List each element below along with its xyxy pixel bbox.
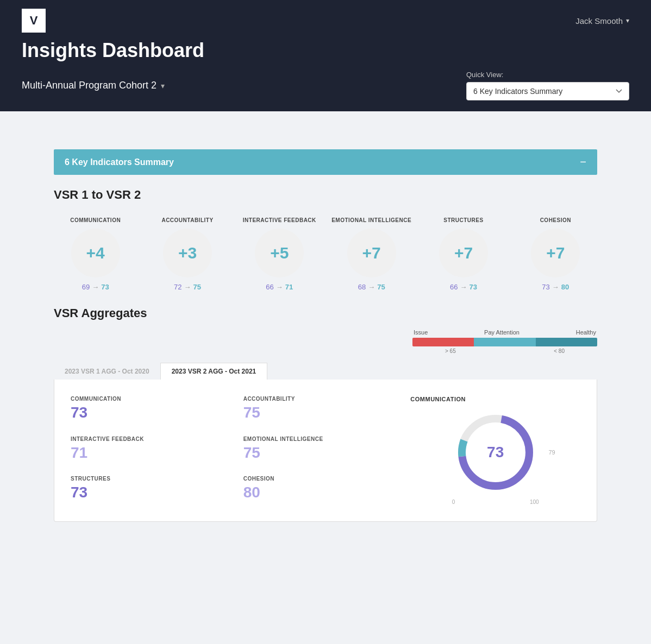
indicator-range: 68 → 75 [358,283,385,291]
vsr-comparison-title: VSR 1 to VSR 2 [54,188,597,202]
indicator-bubble: +7 [531,229,580,277]
threshold-65: > 65 [445,348,456,354]
range-arrow-icon: → [460,283,467,291]
indicator-range: 66 → 73 [450,283,477,291]
range-arrow-icon: → [276,283,283,291]
metric-value: 75 [243,444,411,462]
legend-container: Issue Pay Attention Healthy > 65 < 80 [412,329,597,354]
legend-label-healthy: Healthy [576,329,596,336]
user-name: Jack Smooth [575,16,623,26]
range-start: 66 [266,283,273,291]
legend-seg-blue-dark [536,338,597,346]
range-end: 80 [561,283,569,291]
indicator-label: INTERACTIVE FEEDBACK [243,217,316,223]
section-header: 6 Key Indicators Summary − [54,149,597,175]
indicator-bubble: +3 [163,229,212,277]
collapse-button[interactable]: − [580,156,586,168]
indicator-label: ACCOUNTABILITY [161,217,213,223]
legend-bar [412,338,597,346]
range-arrow-icon: → [368,283,375,291]
indicator-range: 66 → 71 [266,283,293,291]
vsr-aggregates-title: VSR Aggregates [54,306,597,320]
indicator-col: STRUCTURES +7 66 → 73 [422,217,505,291]
chevron-down-icon: ▾ [626,17,629,24]
range-arrow-icon: → [184,283,191,291]
indicator-range: 69 → 73 [82,283,109,291]
tab-1[interactable]: 2023 VSR 2 AGG - Oct 2021 [160,363,268,380]
agg-panel: COMMUNICATION 73 ACCOUNTABILITY 75 INTER… [54,380,597,522]
metric-item: COHESION 80 [243,476,411,505]
donut-title: COMMUNICATION [410,396,466,402]
user-menu[interactable]: Jack Smooth ▾ [575,16,629,26]
range-start: 73 [542,283,549,291]
metric-label: ACCOUNTABILITY [243,396,411,402]
metric-value: 75 [243,404,411,421]
cohort-label: Multi-Annual Program Cohort 2 [22,80,157,91]
indicator-label: COMMUNICATION [70,217,121,223]
indicator-range: 73 → 80 [542,283,569,291]
indicator-range: 72 → 75 [174,283,201,291]
range-start: 72 [174,283,181,291]
range-start: 69 [82,283,90,291]
indicator-col: COHESION +7 73 → 80 [514,217,597,291]
donut-value: 73 [487,444,504,461]
metric-value: 73 [71,484,238,501]
indicator-label: STRUCTURES [443,217,483,223]
page-title: Insights Dashboard [22,39,629,62]
donut-max-label: 100 [530,499,539,505]
metric-label: COHESION [243,476,411,482]
legend-seg-red [412,338,474,346]
indicator-col: EMOTIONAL INTELLIGENCE +7 68 → 75 [330,217,413,291]
metric-item: INTERACTIVE FEEDBACK 71 [71,436,238,465]
donut-area: COMMUNICATION 73 79 0 10 [410,396,580,505]
metric-item: COMMUNICATION 73 [71,396,238,425]
app-logo: V [22,9,46,33]
metric-label: EMOTIONAL INTELLIGENCE [243,436,411,442]
indicator-bubble: +7 [439,229,488,277]
indicator-col: INTERACTIVE FEEDBACK +5 66 → 71 [238,217,321,291]
legend-label-attention: Pay Attention [484,329,519,336]
cohort-selector[interactable]: Multi-Annual Program Cohort 2 ▾ [22,80,165,91]
metric-label: COMMUNICATION [71,396,238,402]
metric-item: EMOTIONAL INTELLIGENCE 75 [243,436,411,465]
threshold-80: < 80 [554,348,565,354]
metric-item: STRUCTURES 73 [71,476,238,505]
indicator-bubble: +7 [347,229,396,277]
metric-value: 73 [71,404,238,421]
range-start: 66 [450,283,458,291]
range-end: 71 [285,283,293,291]
range-end: 73 [101,283,109,291]
range-end: 75 [193,283,201,291]
indicator-bubble: +5 [255,229,304,277]
range-end: 75 [377,283,385,291]
legend-seg-blue-light [474,338,535,346]
quick-view-select[interactable]: 6 Key Indicators SummaryOverall SummaryV… [466,82,629,100]
indicator-col: COMMUNICATION +4 69 → 73 [54,217,137,291]
metric-value: 80 [243,484,411,501]
cohort-dropdown-icon: ▾ [161,81,165,90]
indicator-col: ACCOUNTABILITY +3 72 → 75 [146,217,229,291]
donut-min-label: 0 [452,499,455,505]
tabs-row: 2023 VSR 1 AGG - Oct 20202023 VSR 2 AGG … [54,363,597,380]
metric-value: 71 [71,444,238,462]
donut-chart: 73 79 [452,409,539,496]
range-start: 68 [358,283,366,291]
metric-item: ACCOUNTABILITY 75 [243,396,411,425]
range-end: 73 [469,283,477,291]
range-arrow-icon: → [92,283,99,291]
section-title: 6 Key Indicators Summary [65,157,174,167]
metric-label: INTERACTIVE FEEDBACK [71,436,238,442]
indicator-label: EMOTIONAL INTELLIGENCE [331,217,411,223]
legend-label-issue: Issue [414,329,428,336]
donut-side-label: 79 [548,449,555,456]
tab-0[interactable]: 2023 VSR 1 AGG - Oct 2020 [54,363,160,380]
indicator-bubble: +4 [71,229,120,277]
range-arrow-icon: → [552,283,559,291]
indicator-label: COHESION [540,217,571,223]
metric-label: STRUCTURES [71,476,238,482]
quick-view-label: Quick View: [466,71,629,79]
indicators-grid: COMMUNICATION +4 69 → 73 ACCOUNTABILITY … [54,217,597,291]
